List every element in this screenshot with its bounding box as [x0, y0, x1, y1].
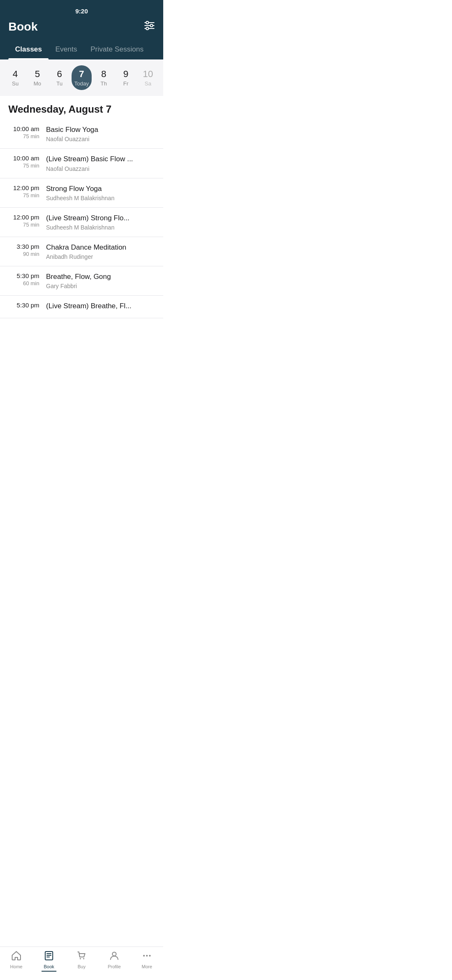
class-item-6[interactable]: 5:30 pm 60 min Breathe, Flow, Gong Gary … — [0, 266, 163, 296]
status-time: 9:20 — [75, 8, 88, 15]
day-saturday[interactable]: 10 Sa — [138, 65, 158, 90]
svg-point-5 — [146, 27, 149, 30]
tab-events[interactable]: Events — [49, 40, 84, 59]
tab-private-sessions[interactable]: Private Sessions — [84, 40, 150, 59]
class-item-3[interactable]: 12:00 pm 75 min Strong Flow Yoga Sudhees… — [0, 178, 163, 208]
class-item-7[interactable]: 5:30 pm (Live Stream) Breathe, Fl... — [0, 296, 163, 318]
svg-point-4 — [150, 24, 153, 27]
day-sunday[interactable]: 4 Su — [5, 65, 25, 90]
tab-classes[interactable]: Classes — [8, 40, 49, 59]
class-item-2[interactable]: 10:00 am 75 min (Live Stream) Basic Flow… — [0, 149, 163, 178]
class-item-4[interactable]: 12:00 pm 75 min (Live Stream) Strong Flo… — [0, 208, 163, 237]
class-info-2: (Live Stream) Basic Flow ... Naofal Ouaz… — [46, 155, 155, 172]
class-time-1: 10:00 am 75 min — [8, 125, 46, 139]
day-monday[interactable]: 5 Mo — [27, 65, 47, 90]
class-time-4: 12:00 pm 75 min — [8, 214, 46, 228]
page-title: Book — [8, 20, 38, 34]
status-bar: 9:20 — [8, 5, 155, 17]
day-today[interactable]: 7 Today — [72, 65, 92, 90]
date-header: Wednesday, August 7 — [0, 96, 163, 119]
class-time-6: 5:30 pm 60 min — [8, 272, 46, 286]
class-info-1: Basic Flow Yoga Naofal Ouazzani — [46, 125, 155, 142]
class-info-3: Strong Flow Yoga Sudheesh M Balakrishnan — [46, 184, 155, 201]
svg-point-3 — [146, 21, 149, 24]
class-info-7: (Live Stream) Breathe, Fl... — [46, 302, 155, 312]
tab-bar: Classes Events Private Sessions — [8, 40, 155, 59]
calendar-section: 4 Su 5 Mo 6 Tu 7 Today 8 Th 9 Fr 10 Sa — [0, 59, 163, 96]
header: 9:20 Book Classes Events Private Session… — [0, 0, 163, 59]
day-friday[interactable]: 9 Fr — [116, 65, 136, 90]
class-time-7: 5:30 pm — [8, 302, 46, 309]
class-info-5: Chakra Dance Meditation Anibadh Rudinger — [46, 243, 155, 260]
class-item-1[interactable]: 10:00 am 75 min Basic Flow Yoga Naofal O… — [0, 119, 163, 149]
class-time-5: 3:30 pm 90 min — [8, 243, 46, 257]
date-heading: Wednesday, August 7 — [8, 103, 155, 115]
class-info-6: Breathe, Flow, Gong Gary Fabbri — [46, 272, 155, 289]
day-tuesday[interactable]: 6 Tu — [49, 65, 69, 90]
day-thursday[interactable]: 8 Th — [94, 65, 114, 90]
class-item-5[interactable]: 3:30 pm 90 min Chakra Dance Meditation A… — [0, 237, 163, 266]
calendar-days: 4 Su 5 Mo 6 Tu 7 Today 8 Th 9 Fr 10 Sa — [4, 65, 159, 90]
class-time-2: 10:00 am 75 min — [8, 155, 46, 169]
class-time-3: 12:00 pm 75 min — [8, 184, 46, 199]
class-info-4: (Live Stream) Strong Flo... Sudheesh M B… — [46, 214, 155, 231]
filter-icon[interactable] — [144, 21, 155, 33]
class-list: 10:00 am 75 min Basic Flow Yoga Naofal O… — [0, 119, 163, 352]
header-row: Book — [8, 17, 155, 40]
